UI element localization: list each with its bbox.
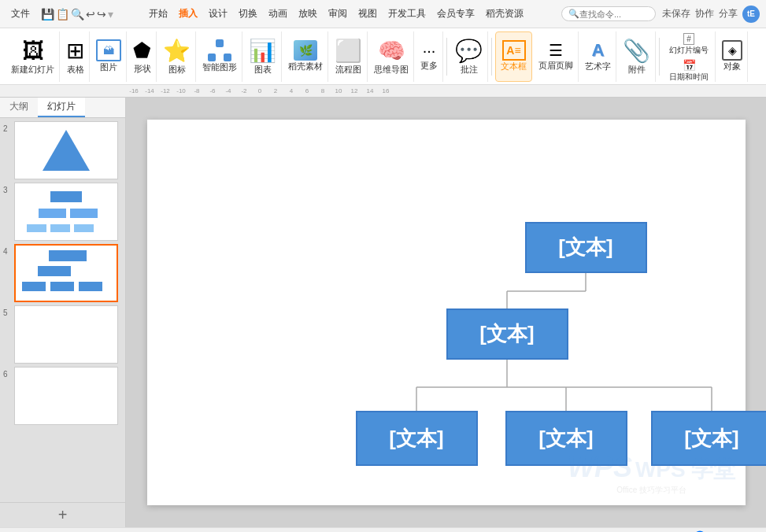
slide-thumb-3[interactable]: 3 (14, 183, 122, 241)
slide-thumb-4-content (14, 244, 118, 302)
title-bar: 文件 💾 📋 🔍 ↩ ↪ ▾ 开始 插入 设计 切换 动画 放映 审阅 视图 开… (0, 0, 766, 28)
ribbon-chart[interactable]: 📊 图表 (244, 31, 282, 82)
textbox-label: 文本框 (501, 61, 527, 72)
ribbon: 🖼 新建幻灯片 ⊞ 表格 🏔 图片 ⬟ 形状 ⭐ 图标 智能图形 📊 图表 🌿 (0, 28, 766, 85)
ribbon-comment[interactable]: 💬 批注 (450, 31, 488, 82)
slide-thumb-6-content (14, 367, 118, 425)
slide-num-4: 4 (3, 247, 8, 256)
slide-num-2: 2 (3, 124, 8, 133)
slide-thumb-6[interactable]: 6 (14, 367, 122, 425)
slide-panel: 大纲 幻灯片 2 3 (0, 98, 126, 527)
tab-slides[interactable]: 幻灯片 (38, 98, 85, 117)
slide-thumb-2[interactable]: 2 (14, 121, 122, 179)
attachment-label: 附件 (628, 64, 646, 76)
ribbon-table[interactable]: ⊞ 表格 (61, 31, 90, 82)
wordart-label: 艺术字 (585, 61, 611, 72)
toolbar-icon-4[interactable]: ↩ (86, 8, 95, 20)
tab-outline[interactable]: 大纲 (0, 98, 38, 117)
search-icon: 🔍 (568, 9, 579, 19)
ribbon-divider-2 (491, 38, 492, 76)
add-slide-button[interactable]: + (0, 502, 125, 527)
org-node-top[interactable]: [文本] (525, 222, 647, 273)
org-node-top-text: [文本] (558, 234, 612, 261)
title-menu-center: 开始 插入 设计 切换 动画 放映 审阅 视图 开发工具 会员专享 稻壳资源 (117, 6, 555, 22)
ribbon-flowchart[interactable]: ⬜ 流程图 (330, 31, 368, 82)
ribbon-attachment[interactable]: 📎 附件 (618, 31, 656, 82)
ribbon-slidenum-item[interactable]: # 幻灯片编号 (666, 31, 712, 57)
wps-logo-group: WPS WPS 学堂 (568, 451, 736, 485)
slide-canvas[interactable]: [文本] [文本] [文本] [文本] [文本] WPS (147, 120, 746, 505)
ribbon-mindmap[interactable]: 🧠 思维导图 (369, 31, 414, 82)
menu-file[interactable]: 文件 (6, 6, 35, 22)
toolbar-dropdown[interactable]: ▾ (108, 8, 113, 20)
toolbar-icon-3[interactable]: 🔍 (71, 8, 84, 20)
ribbon-slide-num-datetime: # 幻灯片编号 📅 日期和时间 (663, 31, 716, 82)
ribbon-divider-1 (446, 38, 447, 76)
menu-animation[interactable]: 动画 (264, 6, 292, 22)
thumb4-bot3 (79, 282, 102, 291)
menu-slideshow[interactable]: 放映 (294, 6, 322, 22)
toolbar-icon-1[interactable]: 💾 (41, 8, 54, 20)
horizontal-ruler: -16 -14 -12 -10 -8 -6 -4 -2 0 2 4 6 8 10… (0, 85, 766, 98)
thumb3-bot1 (27, 224, 46, 232)
menu-review[interactable]: 审阅 (324, 6, 352, 22)
ribbon-textbox[interactable]: A≡ 文本框 (495, 31, 532, 82)
icon-icon: ⭐ (163, 38, 191, 64)
slide-thumb-5-content (14, 305, 118, 364)
ribbon-object[interactable]: ◈ 对象 (717, 31, 748, 82)
menu-view[interactable]: 视图 (353, 6, 382, 22)
org-node-bot-left[interactable]: [文本] (356, 411, 478, 466)
object-icon: ◈ (722, 40, 742, 61)
ribbon-header-footer[interactable]: ☰ 页眉页脚 (534, 31, 579, 82)
ribbon-wordart[interactable]: A 艺术字 (580, 31, 616, 82)
smart-label: 智能图形 (202, 61, 237, 73)
ribbon-divider-3 (659, 38, 660, 76)
ribbon-datetime-item[interactable]: 📅 日期和时间 (666, 57, 712, 84)
avatar[interactable]: tE (742, 6, 760, 23)
menu-insert[interactable]: 插入 (174, 6, 202, 22)
menu-vip[interactable]: 会员专享 (432, 6, 479, 22)
ribbon-daoke[interactable]: 🌿 稻壳素材 (283, 31, 328, 82)
wps-logo-text: WPS (568, 451, 632, 484)
thumb3-mid-right (70, 209, 98, 218)
ribbon-image[interactable]: 🏔 图片 (91, 31, 127, 82)
thumb4-mid (38, 266, 71, 276)
search-input[interactable] (579, 9, 650, 19)
slidenum-label: 幻灯片编号 (669, 45, 709, 56)
ribbon-shape[interactable]: ⬟ 形状 (128, 31, 157, 82)
search-box[interactable]: 🔍 (561, 6, 656, 21)
flowchart-icon: ⬜ (335, 38, 362, 64)
unsaved-status[interactable]: 未保存 (662, 7, 690, 20)
menu-devtools[interactable]: 开发工具 (383, 6, 431, 22)
menu-design[interactable]: 设计 (204, 6, 232, 22)
attachment-icon: 📎 (623, 38, 650, 64)
ribbon-new-slide[interactable]: 🖼 新建幻灯片 (6, 31, 60, 82)
image-icon: 🏔 (96, 39, 121, 61)
share-button[interactable]: 分享 (719, 7, 738, 20)
org-node-bot-right-text: [文本] (684, 425, 738, 453)
smart-shape-icon (208, 39, 231, 61)
shape-icon: ⬟ (133, 39, 151, 63)
collaborate-button[interactable]: 协作 (695, 7, 714, 20)
more-icon: ··· (423, 42, 436, 60)
ribbon-more[interactable]: ··· 更多 (416, 31, 443, 82)
header-footer-icon: ☰ (549, 41, 563, 60)
ribbon-icon[interactable]: ⭐ 图标 (158, 31, 196, 82)
toolbar-icon-5[interactable]: ↪ (97, 8, 106, 20)
comment-label: 批注 (461, 64, 478, 76)
menu-start[interactable]: 开始 (144, 6, 172, 22)
add-slide-icon: + (58, 506, 68, 524)
file-menu-group: 文件 (6, 6, 35, 22)
menu-resources[interactable]: 稻壳资源 (481, 6, 528, 22)
ruler-marks: -16 -14 -12 -10 -8 -6 -4 -2 0 2 4 6 8 10… (126, 87, 394, 94)
toolbar-icon-2[interactable]: 📋 (56, 8, 69, 20)
chart-icon: 📊 (249, 38, 276, 64)
menu-transition[interactable]: 切换 (234, 6, 262, 22)
wps-xuetang-text: WPS 学堂 (635, 455, 736, 485)
slide-thumb-5[interactable]: 5 (14, 305, 122, 364)
org-node-mid[interactable]: [文本] (446, 308, 568, 360)
mindmap-icon: 🧠 (378, 38, 405, 64)
slide-thumb-4[interactable]: 4 (14, 244, 122, 302)
flowchart-label: 流程图 (335, 64, 361, 76)
ribbon-smart[interactable]: 智能图形 (198, 31, 242, 82)
